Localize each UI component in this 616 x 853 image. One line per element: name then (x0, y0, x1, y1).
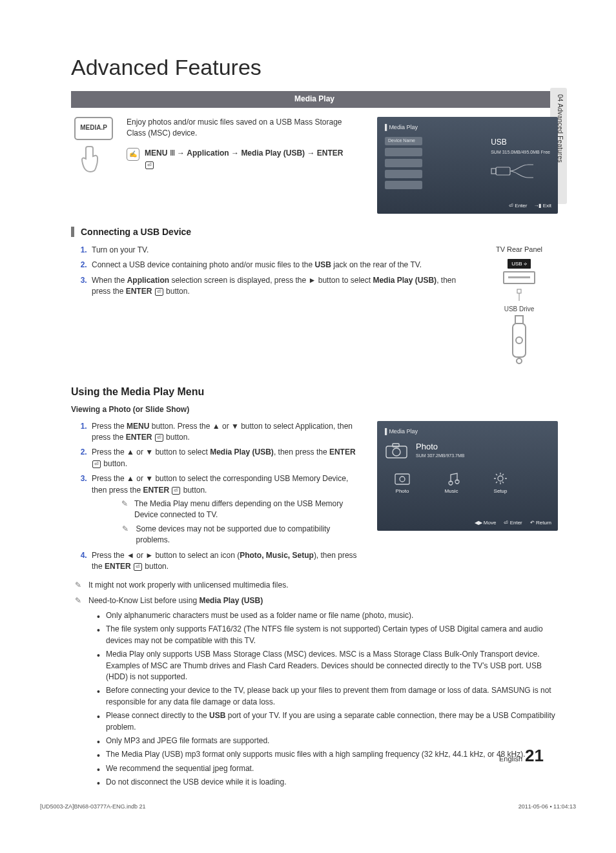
ntk-item: We recommend the sequential jpeg format. (97, 763, 558, 774)
svg-rect-2 (517, 289, 521, 293)
tv2-title: ▌Media Play (385, 427, 550, 436)
ntk-item: Do not disconnect the USB device while i… (97, 777, 558, 788)
svg-rect-4 (515, 316, 523, 324)
tv2-photo-label: Photo (416, 441, 464, 453)
hand-pointer-icon (81, 143, 107, 175)
viewing-steps: Press the MENU button. Press the ▲ or ▼ … (71, 421, 358, 573)
tv2-footer-move: ◀▶ Move (475, 519, 497, 527)
svg-point-6 (516, 337, 522, 344)
view-note: The Media Play menu differs depending on… (134, 498, 358, 521)
tv1-device-item (385, 148, 422, 156)
mediap-remote-icon: MEDIA.P (71, 117, 116, 181)
view-step: Press the MENU button. Press the ▲ or ▼ … (89, 421, 358, 444)
intro-block: MEDIA.P Enjoy photos and/or music files … (71, 117, 359, 214)
tv2-icon-photo: Photo (394, 471, 411, 495)
tv2-photo-sub: SUM 307.2MB/973.7MB (416, 453, 464, 459)
usb-drive-label: USB Drive (504, 305, 535, 314)
tv1-usb-label: USB (491, 137, 550, 148)
ntk-item: Only alphanumeric characters must be use… (97, 610, 558, 621)
svg-rect-1 (491, 169, 496, 174)
intro-text: Enjoy photos and/or music files saved on… (127, 117, 354, 139)
conn-step: When the Application selection screen is… (89, 275, 461, 298)
view-step: Press the ▲ or ▼ button to select the co… (89, 473, 358, 546)
menu-path-text: MENU Ⅲ → Application → Media Play (USB) … (145, 148, 354, 170)
conn-step: Turn on your TV. (89, 245, 461, 256)
ntk-item: The Media Play (USB) mp3 format only sup… (97, 749, 558, 760)
ntk-item: Only MP3 and JPEG file formats are suppo… (97, 735, 558, 746)
tv-preview-device-select: ▌Media Play USB SUM 315.0MB/495.0MB Free (377, 117, 558, 214)
ntk-item: Please connect directly to the USB port … (97, 710, 558, 733)
usb-port-label: USB ⟡ (508, 259, 531, 269)
connecting-steps: Turn on your TV. Connect a USB device co… (71, 245, 461, 298)
note-icon: ✎ (74, 595, 82, 606)
rear-panel-diagram: TV Rear Panel USB ⟡ USB Drive (480, 245, 558, 369)
tv2-footer-enter: ⏎ Enter (504, 519, 522, 527)
svg-rect-0 (496, 167, 510, 175)
tv2-icon-music: Music (443, 471, 460, 495)
section-head-connecting: Connecting a USB Device (71, 225, 558, 238)
view-step: Press the ▲ or ▼ button to select Media … (89, 447, 358, 469)
connector-line-icon (516, 287, 522, 302)
section-head-using-menu: Using the Media Play Menu (71, 384, 558, 399)
tv2-icon-setup: Setup (492, 471, 509, 495)
svg-point-12 (400, 477, 405, 482)
svg-point-7 (517, 358, 522, 364)
note-unlicensed: It might not work properly with unlicens… (88, 580, 288, 591)
tv2-footer-return: ↶ Return (530, 519, 551, 527)
tv1-footer-exit: →▮ Exit (533, 202, 551, 210)
ntk-item: Media Play only supports USB Mass Storag… (97, 649, 558, 683)
tv1-device-item (385, 137, 422, 145)
note-icon: ✎ (121, 524, 130, 546)
tv1-device-item (385, 159, 422, 167)
view-note: Some devices may not be supported due to… (136, 524, 358, 546)
doc-footer-right: 2011-05-06 ▪ 11:04:13 (518, 803, 576, 811)
svg-rect-5 (513, 324, 526, 357)
conn-step: Connect a USB device containing photo an… (89, 260, 461, 271)
section-bar-media-play: Media Play (71, 91, 558, 107)
viewing-photo-head: Viewing a Photo (or Slide Show) (71, 404, 558, 415)
page-number: English21 (499, 744, 544, 768)
tv1-device-list (385, 137, 422, 189)
tv-preview-media-menu: ▌Media Play Photo SUM 307.2MB/973.7MB Ph… (377, 421, 558, 531)
need-to-know-list: Only alphanumeric characters must be use… (71, 610, 558, 788)
rear-panel-label: TV Rear Panel (480, 245, 558, 255)
tv1-device-item (385, 181, 422, 189)
ntk-item: The file system only supports FAT16/32 (… (97, 624, 558, 646)
usb-port-icon (503, 271, 535, 284)
svg-point-9 (393, 448, 400, 456)
tv1-usb-sub: SUM 315.0MB/495.0MB Free (491, 149, 550, 156)
note-needtoknow-head: Need-to-Know List before using Media Pla… (88, 595, 263, 606)
view-step: Press the ◄ or ► button to select an ico… (89, 550, 358, 573)
page-title: Advanced Features (71, 52, 558, 83)
usb-plug-icon (491, 158, 536, 184)
svg-rect-11 (395, 474, 409, 484)
note-icon: ✎ (121, 498, 128, 521)
tv1-title: ▌Media Play (385, 123, 550, 132)
usb-stick-icon (508, 314, 531, 366)
tv1-footer-enter: ⏎ Enter (509, 202, 527, 210)
mediap-button-label: MEDIA.P (74, 117, 113, 140)
menu-hand-icon: ✍ (127, 148, 139, 161)
doc-footer-left: [UD5003-ZA]BN68-03777A-ENG.indb 21 (40, 803, 146, 811)
note-icon: ✎ (74, 580, 82, 591)
svg-point-13 (498, 476, 503, 481)
ntk-item: Before connecting your device to the TV,… (97, 685, 558, 708)
camera-icon (385, 441, 408, 459)
tv1-device-item (385, 170, 422, 178)
